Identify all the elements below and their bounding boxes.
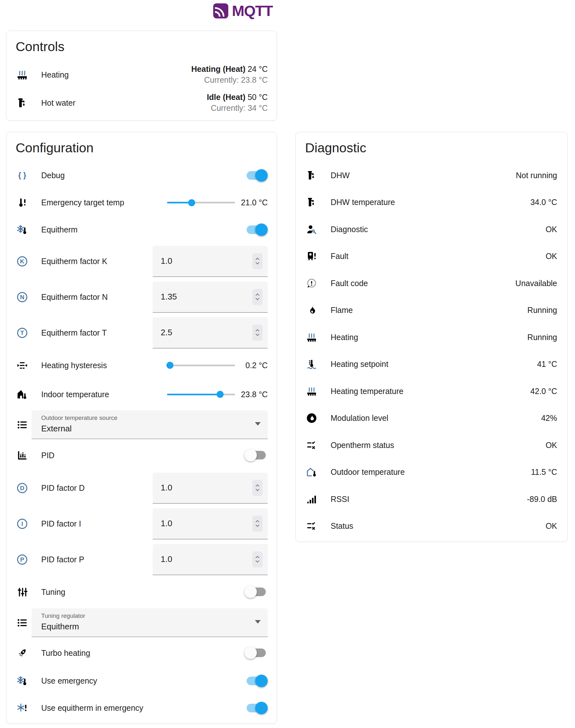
tuning-regulator-select[interactable]: Tuning regulator Equitherm	[32, 608, 268, 637]
config-row-pid-factor-d: PID factor D	[6, 470, 277, 506]
pid-factor-d-input[interactable]	[153, 483, 241, 493]
config-row-use-emergency: Use emergency	[6, 667, 277, 694]
diag-row-modulation-level[interactable]: Modulation level 42%	[296, 405, 567, 432]
diag-row-diagnostic[interactable]: Diagnostic OK	[296, 216, 567, 243]
tuning-toggle[interactable]	[247, 586, 268, 598]
slider-thumb[interactable]	[188, 199, 195, 206]
pid-factor-d-stepper[interactable]	[252, 480, 263, 496]
diag-row-heating-setpoint[interactable]: Heating setpoint 41 °C	[296, 351, 567, 378]
account-wrench-icon	[305, 223, 318, 235]
diag-row-opentherm-status[interactable]: Opentherm status OK	[296, 432, 567, 459]
equitherm-factor-n-stepper[interactable]	[252, 289, 263, 305]
diag-label: Heating setpoint	[331, 360, 388, 369]
diag-label: DHW temperature	[331, 198, 395, 207]
equitherm-factor-k-input[interactable]	[153, 256, 241, 266]
config-row-tuning: Tuning	[6, 577, 277, 607]
slider-thumb[interactable]	[216, 391, 224, 398]
select-label: Tuning regulator	[41, 612, 268, 619]
row-label: Debug	[41, 171, 65, 180]
alpha-d-circle-icon	[15, 481, 28, 494]
list-bulleted-icon	[15, 418, 28, 431]
control-row-hot-water[interactable]: Hot water Idle (Heat) 50 °C Currently: 3…	[6, 89, 277, 117]
config-row-outdoor-temperature-source: Outdoor temperature source External	[6, 409, 277, 441]
equitherm-factor-n-input[interactable]	[153, 292, 241, 302]
equitherm-factor-t-input[interactable]	[153, 328, 241, 337]
heating-hysteresis-slider[interactable]	[167, 359, 235, 372]
alpha-p-circle-icon	[15, 553, 28, 566]
emergency-target-temp-slider[interactable]	[167, 196, 235, 209]
turbo-heating-toggle[interactable]	[247, 647, 268, 659]
diag-row-fault[interactable]: Fault OK	[296, 243, 567, 270]
diag-value: 42.0 °C	[530, 387, 557, 396]
config-row-pid: PID	[6, 441, 277, 470]
water-pump-icon	[305, 169, 318, 182]
diag-row-dhw[interactable]: DHW Not running	[296, 162, 567, 189]
water-pump-icon	[15, 97, 28, 109]
diagnostic-card: Diagnostic DHW Not running DHW temperatu…	[296, 132, 568, 542]
diag-row-fault-code[interactable]: Fault code Unavailable	[296, 270, 567, 297]
debug-toggle[interactable]	[247, 169, 268, 182]
chart-histogram-icon	[15, 449, 28, 462]
row-label: Equitherm factor N	[41, 292, 108, 302]
diag-row-outdoor-temperature[interactable]: Outdoor temperature 11.5 °C	[296, 459, 567, 486]
diag-value: OK	[546, 252, 557, 261]
config-row-equitherm-factor-n: Equitherm factor N	[6, 279, 277, 315]
diag-row-flame[interactable]: Flame Running	[296, 297, 567, 324]
alpha-k-circle-icon	[15, 255, 28, 267]
diag-row-heating[interactable]: Heating Running	[296, 324, 567, 351]
control-label: Hot water	[41, 98, 75, 108]
diag-value: 42%	[541, 413, 557, 423]
pid-factor-p-input[interactable]	[153, 554, 241, 564]
chevron-down-icon	[255, 560, 260, 563]
diag-value: Running	[528, 333, 557, 342]
diag-row-rssi[interactable]: RSSI -89.0 dB	[296, 486, 567, 513]
pid-factor-i-stepper[interactable]	[252, 516, 263, 532]
fire-icon	[305, 304, 318, 317]
list-status-icon	[305, 439, 318, 451]
slider-thumb[interactable]	[166, 362, 173, 369]
home-thermometer-icon	[15, 388, 28, 401]
chevron-up-icon	[255, 293, 260, 296]
equitherm-toggle[interactable]	[247, 223, 268, 236]
diag-value: OK	[546, 441, 557, 450]
config-row-emergency-target-temp: Emergency target temp 21.0 °C	[6, 189, 277, 216]
equitherm-factor-k-stepper[interactable]	[252, 253, 263, 269]
rocket-icon	[15, 647, 28, 659]
control-state-current: Currently: 23.8 °C	[191, 75, 268, 85]
slider-value: 21.0 °C	[240, 197, 268, 208]
pid-toggle[interactable]	[247, 449, 268, 462]
snowflake-alert-icon	[15, 702, 28, 715]
diag-row-status[interactable]: Status OK	[296, 513, 567, 540]
config-row-heating-hysteresis: Heating hysteresis 0.2 °C	[6, 351, 277, 380]
equitherm-factor-t-stepper[interactable]	[252, 325, 263, 341]
config-row-equitherm-factor-t: Equitherm factor T	[6, 315, 277, 351]
diag-value: Not running	[516, 171, 557, 180]
fire-circle-icon	[305, 412, 318, 425]
equitherm-factor-t-field	[153, 317, 268, 348]
config-row-pid-factor-p: PID factor P	[6, 542, 277, 577]
chevron-down-icon	[255, 261, 260, 265]
control-row-heating[interactable]: Heating Heating (Heat) 24 °C Currently: …	[6, 61, 277, 89]
use-equitherm-in-emergency-toggle[interactable]	[247, 702, 268, 715]
diag-label: Outdoor temperature	[331, 468, 405, 477]
pid-factor-p-stepper[interactable]	[252, 551, 263, 568]
pid-factor-i-field	[153, 508, 268, 539]
home-thermometer-outline-icon	[305, 466, 318, 479]
outdoor-temperature-source-select[interactable]: Outdoor temperature source External	[32, 410, 268, 439]
diag-row-heating-temperature[interactable]: Heating temperature 42.0 °C	[296, 378, 567, 405]
configuration-card: Configuration Debug Emergency target tem…	[6, 132, 277, 724]
row-label: PID factor P	[41, 555, 84, 564]
pid-factor-i-input[interactable]	[153, 518, 241, 529]
row-label: Equitherm	[41, 225, 78, 234]
row-label: Indoor temperature	[41, 390, 109, 399]
control-state-mode: Idle (Heat)	[207, 93, 245, 102]
diag-row-dhw-temperature[interactable]: DHW temperature 34.0 °C	[296, 189, 567, 216]
indoor-temperature-slider[interactable]	[167, 388, 235, 401]
row-label: Tuning	[41, 587, 66, 597]
row-label: PID factor I	[41, 519, 81, 529]
alpha-i-circle-icon	[15, 517, 28, 530]
config-row-equitherm: Equitherm	[6, 216, 277, 243]
use-emergency-toggle[interactable]	[247, 675, 268, 687]
diag-label: DHW	[331, 171, 350, 180]
control-state: Heating (Heat) 24 °C Currently: 23.8 °C	[191, 64, 268, 85]
